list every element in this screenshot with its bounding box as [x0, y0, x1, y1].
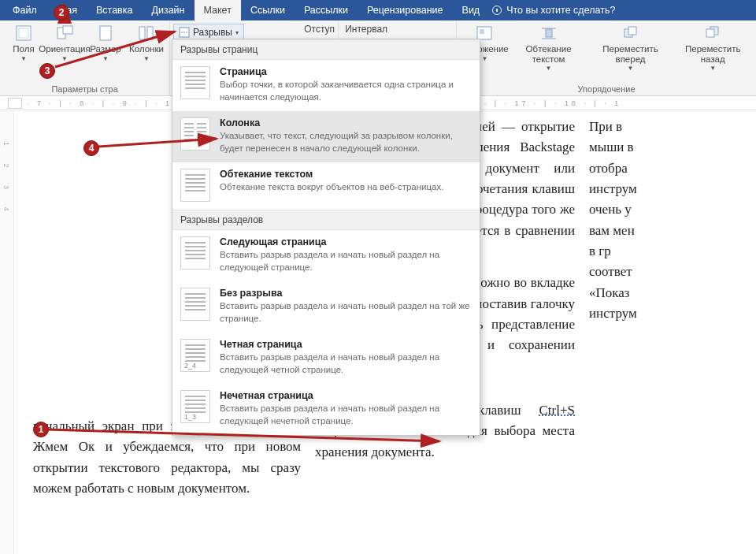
even-page-icon: 2_4	[180, 339, 210, 372]
tab-review[interactable]: Рецензирование	[358, 0, 453, 20]
tab-references[interactable]: Ссылки	[241, 0, 295, 20]
annotation-badge-2: 2	[54, 5, 69, 20]
menu-section-page-breaks: Разрывы страниц	[172, 39, 480, 60]
chevron-down-icon: ▾	[235, 29, 239, 36]
annotation-badge-1: 1	[33, 422, 49, 437]
menu-item-next-page[interactable]: Следующая страницаВставить разрыв раздел…	[172, 230, 480, 281]
ruler-corner	[8, 98, 22, 109]
svg-rect-10	[480, 29, 484, 34]
tab-mailings[interactable]: Рассылки	[295, 0, 358, 20]
breaks-menu: Разрывы страниц СтраницаВыбор точки, в к…	[172, 39, 480, 436]
textwrap-break-icon	[180, 169, 210, 202]
chevron-down-icon: ▼	[143, 56, 150, 62]
svg-rect-6	[147, 27, 153, 39]
svg-rect-17	[706, 29, 714, 37]
svg-rect-4	[100, 26, 111, 40]
breaks-icon	[179, 27, 190, 38]
vertical-ruler[interactable]: 1 2 3 4	[0, 110, 14, 554]
menu-section-section-breaks: Разрывы разделов	[172, 210, 480, 230]
margins-icon	[13, 24, 35, 43]
next-page-icon	[180, 236, 210, 270]
chevron-down-icon: ▼	[102, 56, 109, 62]
menu-item-page[interactable]: СтраницаВыбор точки, в которой заканчива…	[172, 60, 480, 111]
chevron-down-icon: ▼	[61, 56, 68, 62]
menu-item-text-wrapping[interactable]: Обтекание текстомОбтекание текста вокруг…	[172, 162, 480, 210]
svg-rect-11	[546, 29, 552, 37]
chevron-down-icon: ▼	[628, 65, 634, 72]
tab-layout[interactable]: Макет	[195, 0, 241, 20]
orientation-button[interactable]: Ориентация ▼	[47, 24, 82, 62]
menubar: Файл вная Вставка Дизайн Макет Ссылки Ра…	[0, 0, 756, 20]
interval-header: Интервал	[345, 24, 387, 35]
column-break-icon	[180, 117, 210, 151]
chevron-down-icon: ▼	[20, 56, 27, 62]
bring-forward-button[interactable]: Переместить вперед ▼	[591, 24, 670, 72]
tell-me[interactable]: Что вы хотите сделать?	[492, 5, 615, 16]
annotation-badge-4: 4	[83, 140, 99, 156]
continuous-icon	[180, 288, 210, 321]
tab-view[interactable]: Вид	[453, 0, 490, 20]
backward-icon	[702, 24, 724, 43]
margins-button[interactable]: Поля ▼	[6, 24, 41, 62]
columns-button[interactable]: Колонки ▼	[129, 24, 164, 62]
svg-rect-15	[628, 27, 636, 35]
size-button[interactable]: Размер ▼	[88, 24, 123, 62]
menu-item-column[interactable]: КолонкаУказывает, что текст, следующий з…	[172, 111, 480, 162]
svg-rect-3	[63, 26, 72, 34]
wrap-icon	[538, 24, 560, 43]
menu-item-odd-page[interactable]: 1_3 Нечетная страницаВставить разрыв раз…	[172, 384, 480, 435]
annotation-badge-3: 3	[39, 63, 55, 79]
bulb-icon	[492, 6, 502, 15]
tab-file[interactable]: Файл	[3, 0, 46, 20]
chevron-down-icon: ▼	[710, 65, 716, 72]
tab-design[interactable]: Дизайн	[142, 0, 194, 20]
send-backward-button[interactable]: Переместить назад ▼	[676, 24, 750, 72]
forward-icon	[620, 24, 642, 43]
columns-icon	[135, 24, 158, 43]
odd-page-icon: 1_3	[180, 390, 210, 423]
tell-me-label: Что вы хотите сделать?	[506, 5, 615, 16]
orientation-icon	[54, 24, 76, 43]
doc-column-cut: При вмыши вотобраинструмочень увам менв …	[589, 117, 654, 499]
menu-item-even-page[interactable]: 2_4 Четная страницаВставить разрыв разде…	[172, 333, 480, 384]
chevron-down-icon: ▼	[546, 65, 552, 72]
group-label-page-setup: Параметры стра	[6, 83, 163, 94]
svg-rect-5	[139, 27, 145, 39]
wrap-button[interactable]: Обтекание текстом ▼	[513, 24, 585, 72]
indent-header: Отступ	[304, 24, 335, 35]
size-icon	[94, 24, 117, 43]
page-break-icon	[180, 66, 210, 99]
tab-insert[interactable]: Вставка	[87, 0, 142, 20]
chevron-down-icon: ▼	[481, 56, 487, 62]
menu-item-continuous[interactable]: Без разрываВставить разрыв раздела и нач…	[172, 281, 480, 333]
group-label-arrange: Упорядочение	[463, 83, 750, 94]
